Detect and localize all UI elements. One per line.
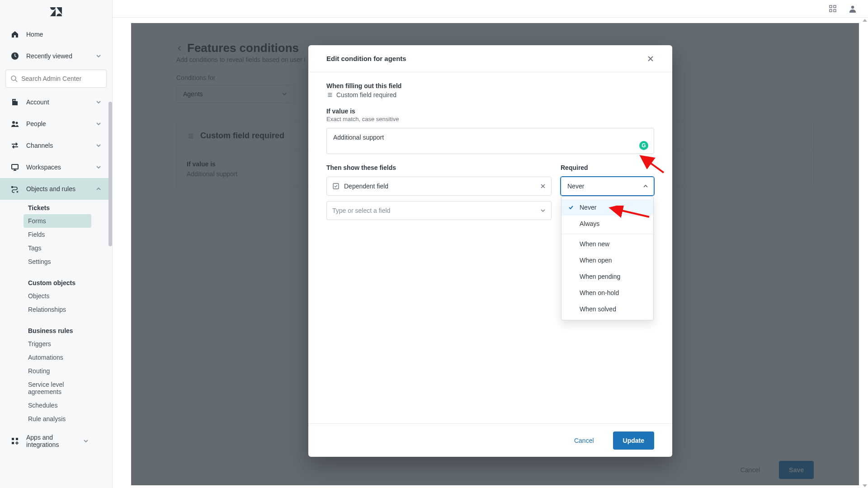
svg-rect-10 <box>14 100 15 101</box>
routes-icon <box>11 185 19 193</box>
sidebar-link-tags[interactable]: Tags <box>28 241 112 255</box>
sidebar-link-schedules[interactable]: Schedules <box>28 399 112 412</box>
svg-point-6 <box>11 76 16 80</box>
chevron-up-icon <box>643 183 648 189</box>
remove-chip-icon[interactable] <box>540 183 546 189</box>
svg-rect-18 <box>333 183 339 189</box>
dropdown-item-when-onhold[interactable]: When on-hold <box>561 285 653 301</box>
when-filling-value: Custom field required <box>336 91 396 99</box>
dd-label: When on-hold <box>580 289 619 296</box>
dd-label: When pending <box>580 273 620 280</box>
sidebar-recent-label: Recently viewed <box>26 52 89 60</box>
scroll-up-icon[interactable] <box>863 19 867 22</box>
apps-grid-icon[interactable] <box>826 2 839 15</box>
svg-point-12 <box>16 122 18 124</box>
chevron-down-icon <box>96 164 101 170</box>
sidebar-link-relationships[interactable]: Relationships <box>28 303 112 316</box>
field-chip-label: Dependent field <box>344 183 388 190</box>
sidebar: Home Recently viewed Account People Chan… <box>0 0 113 488</box>
svg-point-14 <box>12 187 13 188</box>
user-icon[interactable] <box>846 2 859 15</box>
then-show-label: Then show these fields <box>326 164 552 171</box>
sidebar-item-apps[interactable]: Apps and integrations <box>0 430 112 452</box>
dropdown-separator <box>561 234 653 234</box>
chevron-down-icon <box>96 99 101 105</box>
search-icon <box>10 75 18 82</box>
search-input[interactable] <box>5 70 107 88</box>
required-value: Never <box>567 183 584 190</box>
svg-point-11 <box>12 121 15 124</box>
svg-rect-1 <box>834 5 836 8</box>
chevron-down-icon <box>83 438 89 444</box>
zendesk-logo-icon <box>0 0 112 23</box>
sidebar-item-recent[interactable]: Recently viewed <box>0 45 112 67</box>
modal-cancel-button[interactable]: Cancel <box>564 432 604 450</box>
sidebar-workspaces-label: Workspaces <box>26 164 89 171</box>
when-filling-label: When filling out this field <box>326 82 654 89</box>
chevron-up-icon <box>96 186 101 192</box>
modal-title: Edit condition for agents <box>326 55 406 62</box>
dropdown-item-when-new[interactable]: When new <box>561 236 653 252</box>
annotation-arrow-icon <box>639 155 666 174</box>
svg-rect-9 <box>13 100 14 101</box>
checkbox-icon <box>332 183 340 190</box>
arrows-icon <box>11 141 19 150</box>
scroll-down-icon[interactable] <box>863 484 867 487</box>
subgroup-tickets-head: Tickets <box>28 200 112 214</box>
modal-update-button[interactable]: Update <box>613 432 654 450</box>
people-icon <box>11 120 19 128</box>
monitor-icon <box>11 163 19 171</box>
edit-condition-modal: Edit condition for agents When filling o… <box>308 45 672 457</box>
sidebar-link-sla[interactable]: Service level agreements <box>28 378 82 399</box>
dd-label: Always <box>580 220 599 227</box>
sidebar-channels-label: Channels <box>26 142 89 149</box>
dropdown-item-when-solved[interactable]: When solved <box>561 301 653 317</box>
subgroup-custom-head: Custom objects <box>28 275 112 289</box>
sidebar-item-account[interactable]: Account <box>0 91 112 113</box>
sidebar-item-people[interactable]: People <box>0 113 112 135</box>
apps-icon <box>11 437 19 445</box>
sidebar-item-workspaces[interactable]: Workspaces <box>0 156 112 178</box>
dd-label: When solved <box>580 305 616 313</box>
sidebar-link-settings[interactable]: Settings <box>28 255 112 268</box>
sidebar-scrollbar[interactable] <box>108 102 112 246</box>
if-value-text: Additional support <box>333 134 384 141</box>
sidebar-item-home[interactable]: Home <box>0 23 112 45</box>
type-placeholder: Type or select a field <box>332 207 390 214</box>
dropdown-item-when-open[interactable]: When open <box>561 252 653 268</box>
sidebar-link-forms[interactable]: Forms <box>24 214 91 228</box>
sidebar-link-automations[interactable]: Automations <box>28 351 112 364</box>
sidebar-item-objects[interactable]: Objects and rules <box>0 178 112 200</box>
dd-label: When open <box>580 257 612 264</box>
search-field[interactable] <box>21 75 102 82</box>
home-icon <box>11 30 19 38</box>
sidebar-link-objects2[interactable]: Objects <box>28 289 112 303</box>
sidebar-link-rule-analysis[interactable]: Rule analysis <box>28 412 112 426</box>
type-or-select-field[interactable]: Type or select a field <box>326 201 552 220</box>
svg-rect-13 <box>12 164 18 169</box>
sidebar-home-label: Home <box>26 31 101 38</box>
field-chip[interactable]: Dependent field <box>326 177 552 196</box>
close-icon[interactable] <box>647 55 654 62</box>
sidebar-item-channels[interactable]: Channels <box>0 135 112 156</box>
if-value-note: Exact match, case sensitive <box>326 116 654 122</box>
clock-icon <box>11 52 19 60</box>
if-value-input[interactable]: Additional support G <box>326 128 654 154</box>
svg-rect-0 <box>830 5 832 8</box>
required-select[interactable]: Never Never Always When new When open <box>561 177 654 196</box>
grammarly-icon[interactable]: G <box>639 141 648 150</box>
dropdown-item-when-pending[interactable]: When pending <box>561 268 653 285</box>
building-icon <box>11 98 19 106</box>
chevron-down-icon <box>96 53 101 59</box>
sidebar-link-triggers[interactable]: Triggers <box>28 337 112 351</box>
sidebar-link-routing[interactable]: Routing <box>28 364 112 378</box>
sidebar-apps-label: Apps and integrations <box>26 434 76 448</box>
annotation-arrow-icon <box>609 206 651 219</box>
list-icon <box>326 92 333 98</box>
svg-point-4 <box>851 6 854 9</box>
check-icon <box>568 204 574 211</box>
if-value-label2: If value is <box>326 108 654 115</box>
subgroup-biz-head: Business rules <box>28 323 112 337</box>
sidebar-link-fields[interactable]: Fields <box>28 228 112 241</box>
chevron-down-icon <box>540 208 546 213</box>
